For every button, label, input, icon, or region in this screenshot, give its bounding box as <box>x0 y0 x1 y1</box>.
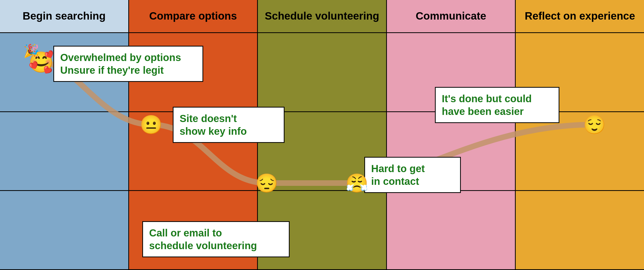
grid-cell-3-5 <box>516 191 644 269</box>
grid-cell-3-1 <box>0 191 129 269</box>
header-begin-searching: Begin searching <box>0 0 129 32</box>
header-row: Begin searching Compare options Schedule… <box>0 0 644 33</box>
emoji-relieved: 😌 <box>583 115 606 134</box>
header-label-begin-searching: Begin searching <box>23 10 106 22</box>
grid-row-3 <box>0 191 644 270</box>
header-reflect-on-experience: Reflect on experience <box>516 0 644 32</box>
emoji-party-kiss: 🎉🥰 <box>28 52 54 72</box>
callout-done-easier: It's done but couldhave been easier <box>435 87 559 123</box>
callout-hard-contact-text: Hard to getin contact <box>371 162 454 188</box>
grid-cell-1-3 <box>258 33 387 111</box>
callout-site-info-text: Site doesn'tshow key info <box>180 112 278 138</box>
emoji-frustrated: 😤 <box>345 174 368 192</box>
grid-cell-2-1 <box>0 112 129 190</box>
emoji-sad: 😔 <box>255 174 278 192</box>
header-label-schedule-volunteering: Schedule volunteering <box>265 10 379 22</box>
grid-area: 🎉🥰 😐 😔 😤 😌 Overwhelmed by optionsUnsure … <box>0 33 644 270</box>
callout-done-easier-text: It's done but couldhave been easier <box>442 92 553 118</box>
header-communicate: Communicate <box>387 0 516 32</box>
callout-overwhelmed: Overwhelmed by optionsUnsure if they're … <box>53 46 203 82</box>
journey-map: Begin searching Compare options Schedule… <box>0 0 644 270</box>
header-label-compare-options: Compare options <box>149 10 237 22</box>
callout-site-info: Site doesn'tshow key info <box>173 107 285 143</box>
callout-overwhelmed-text: Overwhelmed by optionsUnsure if they're … <box>60 51 196 77</box>
grid-row-2 <box>0 112 644 191</box>
grid-cell-2-5 <box>516 112 644 190</box>
header-label-communicate: Communicate <box>416 10 486 22</box>
emoji-neutral: 😐 <box>140 115 163 134</box>
grid-cell-3-4 <box>387 191 516 269</box>
header-label-reflect-on-experience: Reflect on experience <box>525 10 635 22</box>
callout-hard-contact: Hard to getin contact <box>364 157 461 193</box>
callout-call-email: Call or email toschedule volunteering <box>142 221 290 257</box>
header-compare-options: Compare options <box>129 0 258 32</box>
header-schedule-volunteering: Schedule volunteering <box>258 0 387 32</box>
callout-call-email-text: Call or email toschedule volunteering <box>149 227 283 252</box>
